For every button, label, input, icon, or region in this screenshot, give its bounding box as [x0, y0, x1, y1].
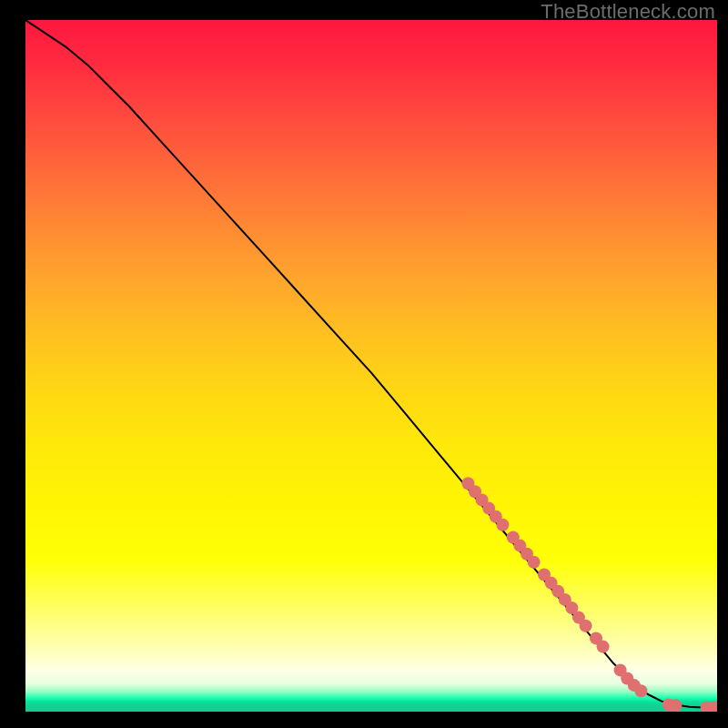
chart-svg — [25, 20, 717, 712]
data-markers — [461, 477, 717, 712]
bottleneck-curve — [25, 20, 717, 707]
data-point — [669, 699, 682, 712]
chart-stage: TheBottleneck.com — [0, 0, 728, 728]
data-point — [634, 684, 647, 697]
data-point — [528, 556, 541, 569]
data-point — [496, 519, 509, 531]
data-point — [580, 620, 592, 632]
plot-area — [25, 20, 717, 712]
data-point — [597, 641, 610, 653]
